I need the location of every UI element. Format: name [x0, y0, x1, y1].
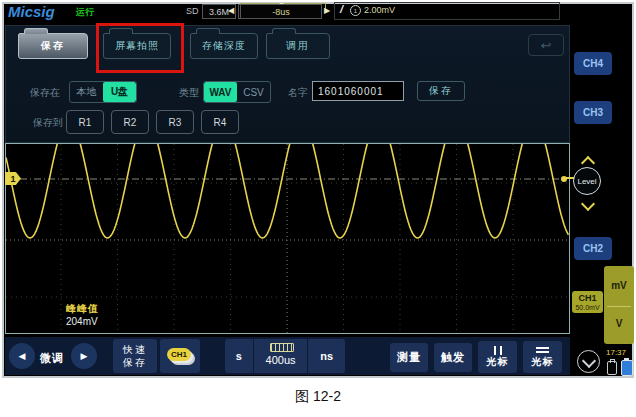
sd-label: SD [186, 6, 199, 16]
horizontal-cursor-label: 光标 [532, 355, 554, 369]
tab-recall-label: 调用 [286, 39, 310, 53]
timebase-value: 400us [254, 354, 308, 366]
h-position-right-arrow[interactable]: ▶ [324, 5, 330, 17]
menu-collapse-button[interactable] [577, 350, 600, 373]
trigger-source-icon: 1 [350, 5, 361, 16]
name-label: 名字 [288, 86, 308, 100]
annotation-highlight-box [96, 23, 184, 73]
brand-logo: Micsig [8, 3, 55, 20]
trigger-slope-icon: / [340, 3, 343, 16]
timebase-control: s 400us ns [225, 339, 345, 373]
usb-icon [607, 361, 617, 375]
level-label: Level [577, 177, 596, 186]
register-r2-button[interactable]: R2 [111, 110, 149, 134]
level-knob[interactable]: Level [573, 167, 601, 195]
back-icon: ↩ [541, 38, 552, 53]
trigger-level-value: 2.00mV [364, 5, 395, 15]
timebase-ns-button[interactable]: ns [308, 339, 345, 373]
figure-page: Micsig 运行 SD 3.6M 500MSa/s ▼ ◀ -8us ▶ / … [0, 0, 636, 417]
battery-icon [621, 360, 633, 376]
horizontal-cursor-button[interactable]: 光标 [523, 341, 562, 373]
ch3-button[interactable]: CH3 [574, 101, 612, 124]
type-option-wav[interactable]: WAV [204, 82, 237, 102]
tab-storage-depth-label: 存储深度 [202, 39, 246, 53]
timebase-s-button[interactable]: s [225, 339, 254, 373]
ch1-button[interactable]: CH1 50.0mV [572, 291, 603, 313]
type-option-csv[interactable]: CSV [237, 82, 270, 102]
register-r1-button[interactable]: R1 [66, 110, 104, 134]
channel-select-button[interactable]: CH1 [160, 339, 200, 373]
save-in-label: 保存在 [30, 86, 60, 100]
file-type-toggle: WAV CSV [203, 81, 271, 103]
fine-tune-label: 微调 [40, 351, 64, 366]
unit-mv-label[interactable]: mV [604, 280, 634, 291]
horizontal-cursor-icon [536, 345, 549, 355]
tab-save-label: 保存 [41, 39, 65, 53]
usb-plug-tip [610, 359, 615, 363]
quick-save-button[interactable]: 快速 保存 [113, 339, 157, 373]
figure-caption: 图 12-2 [0, 388, 636, 406]
unit-v-label[interactable]: V [604, 318, 634, 329]
save-confirm-button[interactable]: 保存 [417, 81, 465, 101]
timebase-value-cell[interactable]: 400us [254, 339, 309, 373]
trigger-button[interactable]: 触发 [434, 343, 472, 372]
save-location-toggle: 本地 U盘 [69, 81, 137, 103]
vscale-divider [607, 306, 631, 307]
fine-tune-right-button[interactable]: ▶ [71, 343, 97, 369]
clock-time: 17:37 [606, 348, 626, 357]
measure-button[interactable]: 测量 [390, 343, 428, 372]
vertical-cursor-label: 光标 [487, 355, 509, 369]
trigger-label: 触发 [441, 350, 465, 365]
right-arrow-icon: ▶ [81, 351, 88, 361]
vertical-cursor-button[interactable]: 光标 [478, 341, 517, 373]
location-option-local[interactable]: 本地 [70, 82, 103, 102]
vertical-scale-strip[interactable]: mV V [604, 266, 634, 344]
measure-label: 测量 [397, 350, 421, 365]
back-button[interactable]: ↩ [528, 34, 564, 56]
save-to-label: 保存到 [33, 116, 63, 130]
battery-tip [624, 358, 629, 360]
ch1-label: CH1 [572, 293, 603, 303]
location-option-usb[interactable]: U盘 [103, 82, 136, 102]
run-status-badge: 运行 [76, 6, 94, 19]
left-arrow-icon: ◀ [19, 351, 26, 361]
tab-recall[interactable]: 调用 [266, 33, 330, 59]
h-position-value: -8us [240, 4, 322, 19]
channel-chip-label: CH1 [167, 348, 191, 361]
measure-label: 峰峰值 [66, 302, 99, 316]
vertical-cursor-icon [492, 345, 504, 355]
type-label: 类型 [179, 86, 199, 100]
ruler-icon [270, 343, 294, 352]
fine-tune-left-button[interactable]: ◀ [9, 343, 35, 369]
ch1-scale-value: 50.0mV [572, 303, 603, 313]
ch2-button[interactable]: CH2 [574, 237, 612, 260]
channel-stack-icon: CH1 [167, 348, 193, 364]
tab-save[interactable]: 保存 [18, 33, 88, 59]
file-name-input[interactable]: 1601060001 [312, 81, 404, 101]
quick-save-line1: 快速 [123, 343, 147, 356]
register-r3-button[interactable]: R3 [156, 110, 194, 134]
ch4-button[interactable]: CH4 [574, 52, 612, 75]
quick-save-line2: 保存 [123, 356, 147, 369]
measure-value: 204mV [66, 316, 98, 327]
register-r4-button[interactable]: R4 [201, 110, 239, 134]
tab-storage-depth[interactable]: 存储深度 [190, 33, 258, 59]
h-position-left-arrow[interactable]: ◀ [228, 5, 234, 17]
collapse-chevron-icon [582, 354, 596, 368]
